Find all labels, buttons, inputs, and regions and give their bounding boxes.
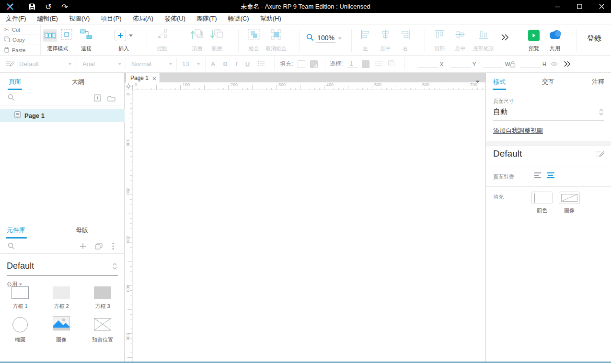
fill-image-label: 圖像 [559,207,580,214]
menubar-item[interactable]: 帳號(C) [228,14,249,23]
select-intersect-icon[interactable] [43,29,57,42]
menubar: 文件(F)編輯(E)視圖(V)項目(P)佈局(A)發佈(U)團隊(T)帳號(C)… [0,13,611,25]
duplicate-icon[interactable] [95,243,103,251]
tab-interaction[interactable]: 交互 [542,73,554,91]
insert-button[interactable]: 插入 [109,28,138,54]
ruler-number: 600 [420,82,468,88]
preview-button[interactable]: 預覽 [522,28,545,54]
widget-placeholder[interactable]: 預留位置 [85,316,120,343]
handles-button: 控點 [150,28,174,54]
fill-color-swatch[interactable] [531,192,553,204]
paste-icon [4,47,9,54]
menubar-item[interactable]: 幫助(H) [260,14,281,23]
align-middle-button: 居中 [450,28,471,54]
page-align-center-icon[interactable] [546,171,555,181]
page-align-label: 頁面對齊 [493,173,514,181]
add-adaptive-views-link[interactable]: 添加自我調整視圖 [493,126,543,135]
menubar-item[interactable]: 編輯(E) [37,14,58,23]
ruler-number: 200 [228,82,276,88]
fill-image-swatch[interactable] [559,192,580,204]
tab-notes[interactable]: 注釋 [592,73,604,91]
add-folder-icon[interactable] [107,95,115,103]
horizontal-ruler: 0100200300400500600700 [132,82,485,90]
kebab-menu-icon[interactable] [112,242,114,252]
widget-ellipse[interactable]: 橢圓 [2,316,38,343]
font-select[interactable]: Arial [82,56,122,72]
connect-label: 連接 [72,45,101,52]
ellipse-icon [12,317,28,332]
fill-opacity-swatch [310,60,318,68]
ruler-number: 300 [126,232,130,247]
zoom-caret-icon[interactable] [338,37,342,40]
chevron-down-icon [196,63,200,65]
zoom-control[interactable]: 100% [303,28,345,54]
menubar-item[interactable]: 發佈(U) [164,14,185,23]
ruler-number: 300 [276,82,324,88]
lock-ratio-icon [510,56,516,72]
widget-box3[interactable]: 方框 3 [85,283,120,310]
search-icon[interactable] [8,242,15,251]
align-right-button: 右 [395,28,416,54]
cut-button[interactable]: ✂ Cut [0,25,40,35]
menubar-item[interactable]: 視圖(V) [69,14,90,23]
font-size-select[interactable]: 13 [182,56,200,72]
libraries-tabs: 元件庫 母版 [0,221,125,239]
chevron-down-icon [118,63,122,65]
preview-label: 預覽 [522,45,545,52]
ruler-number: 500 [126,330,130,344]
edit-style-icon[interactable] [595,150,604,160]
font-weight-select[interactable]: Normal [131,56,173,72]
group-icon [248,28,260,43]
widget-image[interactable]: 圖像 [44,316,79,343]
minimize-button[interactable] [549,0,565,13]
menubar-item[interactable]: 佈局(A) [133,14,153,23]
updown-spinner-icon [599,108,603,118]
connect-button[interactable]: 連接 [72,28,101,54]
copy-button[interactable]: Copy [0,35,40,45]
align-left-label: 左 [355,45,376,52]
left-panel: 頁面 大綱 [0,73,125,362]
menubar-item[interactable]: 團隊(T) [196,14,217,23]
more-tools-button[interactable] [496,28,514,54]
widget-box2[interactable]: 方框 2 [44,283,79,310]
add-library-icon[interactable] [80,243,86,251]
align-center-icon [380,30,390,41]
zoom-value[interactable]: 100% [316,34,335,43]
close-button[interactable] [593,0,610,13]
tab-outline[interactable]: 大綱 [72,73,84,91]
axure-app-window: ↺ ↷ 未命名 - Axure RP 9 Team Edition : Unli… [0,0,611,364]
window-title: 未命名 - Axure RP 9 Team Edition : Unlicens… [0,0,611,13]
default-style-name: Default [493,148,522,159]
select-contain-icon[interactable] [61,29,72,42]
top-layer-icon [190,28,204,43]
tab-masters[interactable]: 母版 [76,221,88,239]
w-field: W [483,56,510,72]
main-toolbar: ✂ Cut Copy Paste [0,25,611,56]
menubar-item[interactable]: 項目(P) [101,14,121,23]
login-button[interactable]: 登錄 [581,28,608,54]
ruler-number: 400 [126,281,130,296]
updown-spinner-icon [113,262,117,272]
paste-button[interactable]: Paste [0,45,40,55]
page-size-select[interactable]: 自動 [493,104,604,121]
widget-box1[interactable]: 方框 1 [2,283,38,310]
search-icon[interactable] [8,94,15,103]
page-align-left-icon[interactable] [534,171,542,181]
align-center-button: 居中 [375,28,396,54]
insert-caret-icon[interactable] [129,34,133,37]
tab-close-icon[interactable] [152,74,156,82]
share-button[interactable]: 共用 [543,28,566,54]
more-format-button[interactable] [564,56,571,72]
page-list-item[interactable]: Page 1 [0,109,125,122]
style-select[interactable]: Default [19,56,72,72]
ungroup-button: 取消組合 [263,28,289,54]
design-worksurface[interactable] [133,90,485,362]
italic-button: I [235,60,238,68]
canvas-tab-page1[interactable]: Page 1 [126,73,160,82]
menubar-item[interactable]: 文件(F) [6,14,26,23]
insert-plus-icon [115,30,126,41]
maximize-button[interactable] [571,0,588,13]
pages-search-row [0,91,124,105]
library-select[interactable]: Default [7,258,118,276]
add-page-icon[interactable] [94,94,101,103]
